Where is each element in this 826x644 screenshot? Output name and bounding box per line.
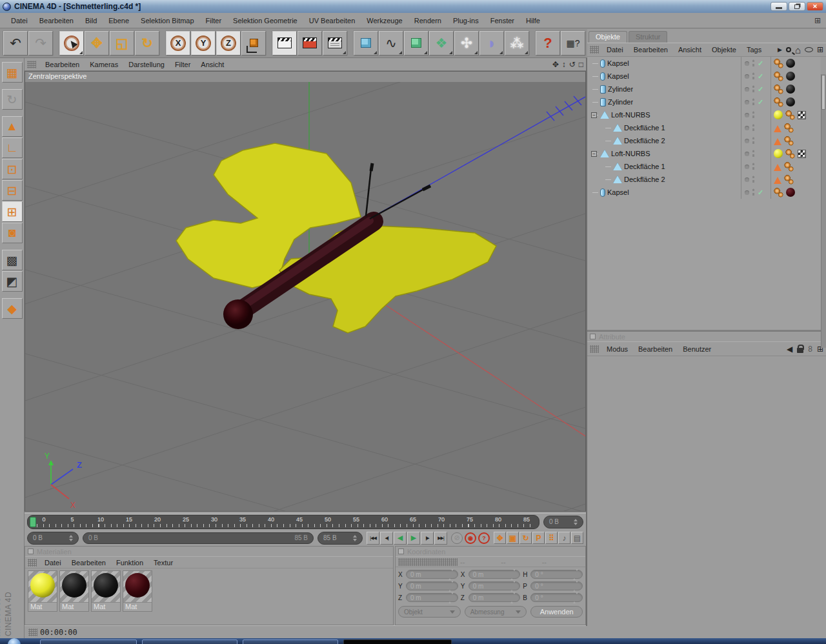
- menu-item[interactable]: Datei: [5, 15, 34, 26]
- view-maximize-icon[interactable]: □: [579, 60, 583, 69]
- mat-black-tag-icon[interactable]: [786, 59, 795, 68]
- layer-dot-icon[interactable]: [745, 165, 749, 169]
- spinner-arrows-icon[interactable]: [573, 583, 578, 590]
- kinematics-button[interactable]: ◆: [2, 298, 23, 319]
- windows-taskbar[interactable]: [0, 638, 826, 644]
- layer-dot-icon[interactable]: [745, 152, 749, 156]
- phong-tag-icon[interactable]: [774, 97, 783, 107]
- range-start-field[interactable]: 0 B: [27, 532, 79, 545]
- phong-tag-icon[interactable]: [785, 110, 795, 120]
- layer-dot-icon[interactable]: [745, 61, 749, 66]
- visibility-dots-icon[interactable]: [752, 98, 755, 106]
- coord-value-field[interactable]: 0 m: [468, 570, 521, 579]
- spinner-arrows-icon[interactable]: [510, 571, 516, 578]
- object-row[interactable]: −Loft-NURBS: [587, 108, 821, 121]
- object-manager-menu-item[interactable]: Objekte: [707, 45, 741, 55]
- object-row[interactable]: Kapsel✓: [587, 186, 821, 199]
- spinner-arrows-icon[interactable]: [353, 535, 357, 541]
- visibility-dots-icon[interactable]: [752, 111, 755, 119]
- materials-menu-item[interactable]: Bearbeiten: [66, 558, 111, 568]
- phong-tag-icon[interactable]: [774, 72, 783, 81]
- goto-start-button[interactable]: |◀◀: [367, 532, 379, 545]
- play-backward-button[interactable]: ◀: [394, 532, 407, 545]
- mat-darkred-tag-icon[interactable]: [786, 188, 795, 197]
- live-selection-button[interactable]: [59, 31, 84, 55]
- panel-checkbox[interactable]: [28, 548, 34, 554]
- menu-item[interactable]: Bild: [79, 15, 103, 26]
- phong-tag-icon[interactable]: [784, 175, 794, 185]
- visibility-dots-icon[interactable]: [752, 124, 755, 132]
- record-options-button[interactable]: ?: [478, 532, 490, 544]
- spinner-arrows-icon[interactable]: [69, 535, 73, 541]
- attributes-menu-item[interactable]: Bearbeiten: [633, 344, 678, 354]
- timeline-ruler[interactable]: 0510152025303540455055606570758085: [27, 515, 539, 529]
- coord-value-field[interactable]: 0 m: [406, 581, 458, 590]
- scale-button[interactable]: ◱: [110, 31, 134, 55]
- phong-tag-icon[interactable]: [774, 85, 783, 94]
- object-tree-scrollbar[interactable]: [821, 74, 826, 348]
- visibility-dots-icon[interactable]: [752, 163, 755, 170]
- model-mode-button[interactable]: ▲: [2, 116, 23, 137]
- seltri-tag-icon[interactable]: [774, 164, 781, 171]
- enabled-check-icon[interactable]: ✓: [758, 85, 765, 94]
- layer-dot-icon[interactable]: [745, 126, 749, 130]
- object-label[interactable]: Loft-NURBS: [611, 150, 650, 157]
- view-rotate-icon[interactable]: ↺: [569, 60, 576, 69]
- material-name[interactable]: Mat: [92, 602, 120, 611]
- object-label[interactable]: Kapsel: [607, 188, 629, 196]
- menu-item[interactable]: Hilfe: [520, 15, 546, 26]
- material-name[interactable]: Mat: [123, 602, 152, 611]
- collapse-icon[interactable]: −: [591, 112, 597, 118]
- seltri-tag-icon[interactable]: [774, 138, 781, 145]
- spinner-arrows-icon[interactable]: [573, 571, 578, 578]
- move-button[interactable]: ✥: [85, 31, 109, 55]
- object-row[interactable]: Deckfläche 2: [587, 134, 821, 147]
- layer-dot-icon[interactable]: [745, 139, 749, 143]
- history-back-icon[interactable]: ◀: [787, 345, 792, 354]
- coord-size-dropdown[interactable]: Abmessung: [465, 606, 527, 618]
- undo-button[interactable]: ↶: [3, 31, 28, 55]
- record-pla-button[interactable]: ⠿: [545, 532, 558, 544]
- spinner-arrows-icon[interactable]: [448, 583, 454, 590]
- coord-value-field[interactable]: 0 m: [406, 593, 458, 602]
- coord-value-field[interactable]: 0 m: [468, 593, 521, 602]
- enabled-check-icon[interactable]: ✓: [758, 72, 765, 81]
- next-frame-button[interactable]: |▶: [421, 532, 434, 545]
- make-keyframe-button[interactable]: ▤: [571, 532, 583, 544]
- enabled-check-icon[interactable]: ✓: [758, 59, 765, 68]
- mat-yellow-tag-icon[interactable]: [774, 110, 783, 119]
- mat-black-tag-icon[interactable]: [786, 85, 795, 94]
- layer-dot-icon[interactable]: [745, 113, 749, 117]
- texture-axis-mode-button[interactable]: ◩: [2, 271, 23, 292]
- spinner-arrows-icon[interactable]: [573, 594, 578, 601]
- attributes-menu-item[interactable]: Modus: [601, 344, 633, 354]
- polygons-mode-button[interactable]: ⊞: [2, 201, 23, 222]
- prev-frame-button[interactable]: ◀|: [380, 532, 393, 545]
- phong-tag-icon[interactable]: [784, 162, 794, 172]
- object-label[interactable]: Loft-NURBS: [611, 111, 650, 119]
- object-label[interactable]: Zylinder: [608, 85, 633, 93]
- menu-item[interactable]: Bearbeiten: [34, 15, 79, 26]
- object-row[interactable]: Zylinder✓: [587, 96, 821, 108]
- object-axis-mode-button[interactable]: ∟: [2, 137, 23, 158]
- panel-grip[interactable]: [27, 61, 36, 68]
- layout-button[interactable]: ▦: [2, 62, 23, 83]
- materials-menu-item[interactable]: Datei: [39, 558, 66, 568]
- expand-arrow-icon[interactable]: ▶: [778, 46, 782, 53]
- add-primitive-button[interactable]: [354, 31, 378, 55]
- minimize-button[interactable]: [771, 2, 787, 11]
- points-mode-button[interactable]: ⊡: [2, 159, 23, 179]
- enabled-check-icon[interactable]: ✓: [758, 98, 765, 106]
- uv-tag-icon[interactable]: [798, 150, 806, 158]
- tab-objekte[interactable]: Objekte: [589, 31, 627, 43]
- current-frame-field[interactable]: 0 B: [543, 516, 583, 528]
- visibility-dots-icon[interactable]: [752, 59, 755, 67]
- menu-item[interactable]: UV Bearbeiten: [303, 15, 361, 26]
- visibility-dots-icon[interactable]: [752, 85, 755, 93]
- add-spline-button[interactable]: ∿: [379, 31, 403, 55]
- object-row[interactable]: Deckfläche 1: [587, 121, 821, 134]
- texture-mode-button[interactable]: ▩: [2, 250, 23, 270]
- add-box-icon[interactable]: ⊞: [817, 45, 823, 54]
- taskbar-button[interactable]: [142, 639, 237, 644]
- material-name[interactable]: Mat: [60, 602, 88, 611]
